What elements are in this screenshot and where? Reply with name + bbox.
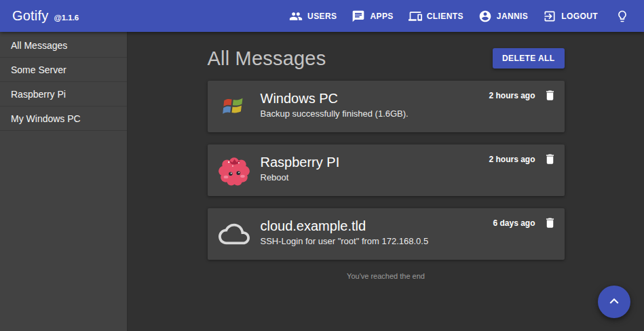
sidebar-item-label: Raspberry Pi	[11, 89, 66, 100]
nav-users-label: USERS	[307, 12, 337, 21]
delete-message-button[interactable]	[544, 216, 556, 231]
devices-icon	[409, 9, 422, 23]
trash-icon	[544, 94, 556, 104]
users-icon	[289, 9, 303, 23]
message-timestamp: 2 hours ago	[489, 91, 535, 100]
message-card-windows-pc: Windows PC Backup successfully finished …	[208, 81, 565, 132]
message-meta: 6 days ago	[493, 208, 564, 260]
title-row: All Messages DELETE ALL	[208, 47, 565, 70]
app-version: @1.1.6	[54, 14, 79, 22]
nav-clients-button[interactable]: CLIENTS	[406, 5, 466, 27]
message-app-name: Windows PC	[261, 91, 489, 106]
message-body: cloud.example.tld SSH-Login for user "ro…	[261, 208, 493, 260]
delete-message-button[interactable]	[544, 153, 556, 168]
cloud-icon	[208, 208, 261, 260]
trash-icon	[544, 157, 556, 168]
nav-logout-button[interactable]: LOGOUT	[540, 5, 601, 27]
app-bar: Gotify @1.1.6 USERS APPS CLIENTS	[0, 0, 644, 32]
sidebar-item-label: My Windows PC	[11, 113, 81, 124]
message-body: Windows PC Backup successfully finished …	[261, 81, 489, 132]
scroll-to-top-button[interactable]	[598, 286, 630, 318]
chat-icon	[352, 9, 365, 23]
lightbulb-icon	[615, 9, 629, 23]
sidebar-item-all-messages[interactable]: All Messages	[0, 33, 127, 58]
delete-all-button[interactable]: DELETE ALL	[493, 48, 565, 69]
delete-message-button[interactable]	[544, 89, 556, 104]
nav-logout-label: LOGOUT	[561, 12, 598, 21]
layout: All Messages Some Server Raspberry Pi My…	[0, 32, 644, 331]
nav-username-label: JANNIS	[497, 12, 528, 21]
page-title: All Messages	[208, 47, 326, 70]
nav-users-button[interactable]: USERS	[286, 5, 339, 27]
message-text: Backup successfully finished (1.6GB).	[261, 109, 489, 119]
app-title: Gotify	[12, 8, 48, 24]
nav-user-account-button[interactable]: JANNIS	[476, 5, 531, 27]
windows-logo-icon	[208, 81, 261, 132]
message-meta: 2 hours ago	[489, 81, 564, 132]
main-content: All Messages DELETE ALL	[128, 32, 644, 331]
message-meta: 2 hours ago	[489, 144, 564, 196]
sidebar-item-label: All Messages	[11, 40, 67, 51]
raspberry-logo-icon	[208, 144, 261, 196]
message-app-name: cloud.example.tld	[261, 218, 493, 234]
top-nav: USERS APPS CLIENTS JANNIS	[286, 5, 633, 27]
nav-apps-label: APPS	[370, 12, 393, 21]
trash-icon	[544, 221, 556, 231]
sidebar: All Messages Some Server Raspberry Pi My…	[0, 32, 128, 331]
sidebar-item-some-server[interactable]: Some Server	[0, 58, 127, 82]
message-text: SSH-Login for user "root" from 172.168.0…	[261, 236, 493, 246]
sidebar-item-raspberry-pi[interactable]: Raspberry Pi	[0, 82, 127, 106]
chevron-up-icon	[605, 292, 623, 312]
theme-toggle-button[interactable]	[611, 5, 633, 27]
message-card-raspberry-pi: Raspberry PI Reboot 2 hours ago	[208, 144, 565, 196]
sidebar-item-my-windows-pc[interactable]: My Windows PC	[0, 106, 127, 131]
message-app-name: Raspberry PI	[261, 155, 489, 170]
end-of-list-text: You've reached the end	[208, 272, 565, 280]
logout-icon	[543, 9, 556, 23]
message-timestamp: 2 hours ago	[489, 155, 535, 164]
messages-panel: All Messages DELETE ALL	[208, 32, 565, 280]
message-card-cloud-example-tld: cloud.example.tld SSH-Login for user "ro…	[208, 208, 565, 260]
message-text: Reboot	[261, 172, 489, 182]
message-body: Raspberry PI Reboot	[261, 144, 489, 196]
gotify-app: Gotify @1.1.6 USERS APPS CLIENTS	[0, 0, 644, 331]
nav-clients-label: CLIENTS	[427, 12, 463, 21]
message-timestamp: 6 days ago	[493, 218, 535, 228]
brand: Gotify @1.1.6	[12, 8, 79, 24]
sidebar-item-label: Some Server	[11, 64, 67, 75]
account-circle-icon	[478, 9, 492, 23]
nav-apps-button[interactable]: APPS	[349, 5, 396, 27]
